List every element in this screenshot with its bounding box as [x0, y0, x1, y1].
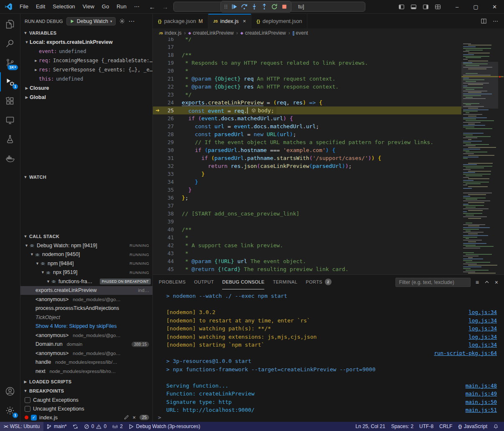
split-editor-icon[interactable]: [481, 18, 487, 24]
breadcrumb-item[interactable]: []event: [293, 30, 308, 36]
breakpoint-row[interactable]: Caught Exceptions: [20, 396, 152, 404]
breakpoint-checkbox[interactable]: ✓: [31, 415, 37, 421]
menu-go[interactable]: Go: [98, 1, 113, 13]
variable-row[interactable]: this:undefined: [20, 74, 152, 84]
stack-frame-row[interactable]: <anonymous>node_modules/@go…: [20, 295, 152, 304]
stack-frame-row[interactable]: <anonymous>node_modules/@go…: [20, 349, 152, 358]
go-forward-icon[interactable]: →: [162, 3, 168, 10]
restart-button[interactable]: [270, 2, 279, 11]
call-stack-session-row[interactable]: ▼nodemon [9450]RUNNING: [20, 250, 152, 259]
code-line[interactable]: 35 }: [153, 186, 461, 194]
toggle-sidebar-icon[interactable]: [398, 4, 405, 10]
code-line[interactable]: 34 }: [153, 178, 461, 186]
variables-section-header[interactable]: ▼ VARIABLES: [20, 28, 152, 38]
breakpoint-checkbox[interactable]: [25, 406, 30, 412]
tab-deployment.json[interactable]: {}deployment.json: [251, 14, 307, 28]
console-source-link[interactable]: log.js:34: [469, 341, 497, 349]
menu-selection[interactable]: Selection: [49, 1, 79, 13]
step-into-button[interactable]: [250, 2, 259, 11]
console-source-link[interactable]: run-script-pkg.js:64: [434, 349, 497, 357]
code-line[interactable]: 22 * @param {Object} res An HTTP respons…: [153, 83, 461, 91]
code-line[interactable]: 20 *: [153, 67, 461, 75]
close-button[interactable]: ✕: [485, 0, 504, 13]
variable-row[interactable]: ▶req:IncomingMessage {_readableState:…: [20, 56, 152, 65]
stack-frame-row[interactable]: <anonymous>node_modules/@go…: [20, 331, 152, 340]
call-stack-session-row[interactable]: ▼functions-fra…PAUSED ON BREAKPOINT: [20, 277, 152, 286]
status-ports[interactable]: 2: [109, 422, 126, 431]
code-line[interactable]: 26 if (event.docs.matchedUrl.url) {: [153, 114, 461, 122]
code-line[interactable]: 19 * Responds to any HTTP request relate…: [153, 59, 461, 67]
minimap[interactable]: [461, 38, 498, 274]
filter-icon[interactable]: ≡: [476, 279, 479, 286]
call-stack-session-row[interactable]: ▼npx [9519]RUNNING: [20, 268, 152, 277]
continue-button[interactable]: [230, 2, 239, 11]
activity-search-icon[interactable]: [0, 34, 20, 53]
stack-frame-row[interactable]: Show 4 More: Skipped by skipFiles: [20, 322, 152, 331]
status-indentation[interactable]: Spaces: 2: [388, 422, 416, 431]
stack-frame-row[interactable]: exports.createLinkPreviewind…: [20, 286, 152, 295]
code-line[interactable]: 44 * @param {!URL} url The event object.: [153, 257, 461, 265]
code-line[interactable]: 16 */: [153, 38, 461, 43]
command-center[interactable]: tu]: [173, 2, 365, 12]
activity-extensions-icon[interactable]: [0, 91, 20, 111]
code-line[interactable]: 17: [153, 43, 461, 51]
activity-docker-icon[interactable]: [0, 149, 20, 168]
code-line[interactable]: 23 */: [153, 91, 461, 99]
minimize-button[interactable]: –: [448, 0, 466, 13]
menu-file[interactable]: File: [16, 1, 32, 13]
tab-index.js[interactable]: JSindex.js×: [208, 14, 252, 28]
breadcrumb-item[interactable]: ◆createLinkPreview: [241, 30, 286, 36]
code-line[interactable]: 33 }: [153, 170, 461, 178]
code-line[interactable]: 18/**: [153, 51, 461, 59]
tab-package.json[interactable]: {}package.jsonM: [153, 14, 208, 28]
panel-tab-debug-console[interactable]: DEBUG CONSOLE: [222, 275, 264, 289]
code-line[interactable]: 31 if (parsedUrl.pathname.startsWith('/s…: [153, 154, 461, 162]
menu-view[interactable]: View: [79, 1, 98, 13]
status-language[interactable]: {}JavaScript: [455, 422, 490, 431]
status-branch[interactable]: main*: [43, 422, 70, 431]
start-debugging-icon[interactable]: [70, 19, 75, 24]
loaded-scripts-section-header[interactable]: ▶ LOADED SCRIPTS: [20, 377, 152, 386]
close-panel-icon[interactable]: ×: [495, 279, 498, 286]
call-stack-section-header[interactable]: ▼ CALL STACK: [20, 232, 152, 241]
variable-row[interactable]: event:undefined: [20, 47, 152, 56]
editor-more-actions-icon[interactable]: ⋯: [493, 18, 498, 24]
call-stack-session-row[interactable]: ▼npm [9484]RUNNING: [20, 259, 152, 268]
stack-frame-row[interactable]: Domain.rundomain388:15: [20, 340, 152, 349]
stop-button[interactable]: [280, 2, 289, 11]
activity-settings-icon[interactable]: 1: [0, 401, 20, 420]
activity-explorer-icon[interactable]: [0, 15, 20, 34]
status-sync[interactable]: [70, 422, 81, 431]
status-cursor-position[interactable]: Ln 25, Col 21: [352, 422, 388, 431]
panel-tab-ports[interactable]: PORTS2: [306, 275, 332, 289]
stack-frame-row[interactable]: process.processTicksAndRejections: [20, 304, 152, 313]
console-source-link[interactable]: log.js:34: [469, 308, 497, 317]
code-editor[interactable]: 16 */1718/**19 * Responds to any HTTP re…: [153, 38, 504, 274]
close-tab-icon[interactable]: ×: [243, 18, 246, 24]
code-line[interactable]: 38// [START add_ons_case_preview_link]: [153, 210, 461, 218]
code-line[interactable]: 24exports.createLinkPreview = (req, res)…: [153, 99, 461, 106]
code-line[interactable]: 42 * A support case link preview.: [153, 241, 461, 249]
stack-frame-row[interactable]: handlenode_modules/express/lib/…: [20, 358, 152, 367]
code-line[interactable]: 45 * @return {!Card} The resulting previ…: [153, 265, 461, 273]
status-remote[interactable]: ><WSL: Ubuntu: [0, 422, 43, 431]
console-source-link[interactable]: log.js:34: [469, 317, 497, 325]
breadcrumb-item[interactable]: ◆createLinkPreview: [188, 30, 234, 36]
variable-row[interactable]: ▶res:ServerResponse {_events: {…}, _e…: [20, 65, 152, 74]
watch-section-header[interactable]: ▼ WATCH: [20, 172, 152, 182]
debug-console-input-prompt[interactable]: >: [153, 414, 504, 422]
status-debug-status[interactable]: Debug Watch (3p-resources): [126, 422, 203, 431]
toolbar-drag-handle-icon[interactable]: [223, 4, 229, 10]
code-line[interactable]: 21 * @param {Object} req An HTTP request…: [153, 75, 461, 83]
code-line[interactable]: 46 */: [153, 273, 461, 274]
console-source-link[interactable]: log.js:34: [469, 333, 497, 341]
toggle-panel-icon[interactable]: [410, 4, 417, 10]
status-notifications[interactable]: [490, 422, 501, 431]
panel-tab-problems[interactable]: PROBLEMS: [159, 275, 185, 289]
code-line[interactable]: 39: [153, 218, 461, 226]
variables-scope-row[interactable]: ▼Local: exports.createLinkPreview: [20, 38, 152, 47]
variables-scope-row[interactable]: ▶Closure: [20, 84, 152, 93]
console-source-link[interactable]: main.js:48: [466, 382, 497, 390]
code-line[interactable]: 36};: [153, 194, 461, 202]
menu-edit[interactable]: Edit: [32, 1, 49, 13]
